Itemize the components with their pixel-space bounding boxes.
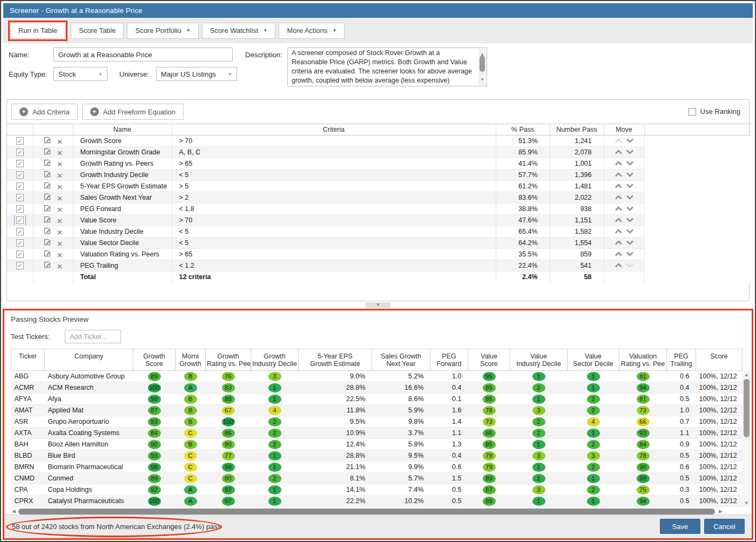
criteria-row[interactable]: ✓✕PEG Trailing< 1.222.4%541 [7,260,751,272]
scroll-down-icon[interactable]: ▼ [742,500,751,506]
column-header-morni-growth[interactable]: MorniGrowth [176,349,206,371]
name-input[interactable] [53,48,233,62]
collapse-panel-handle[interactable]: ▼ [366,302,390,308]
preview-vertical-scrollbar[interactable]: ▲ ▼ [742,371,751,507]
move-down-icon[interactable] [626,171,634,179]
save-button[interactable]: Save [660,519,700,534]
column-header-growth-industry-decile[interactable]: GrowthIndustry Decile [251,349,299,371]
row-checkbox[interactable]: ✓ [16,160,24,167]
move-down-icon[interactable] [626,148,634,156]
delete-x-icon[interactable]: ✕ [57,172,62,180]
scroll-thumb[interactable] [480,56,485,72]
toolbar-button-score-portfolio[interactable]: Score Portfolio▼ [127,23,198,39]
edit-pencil-icon[interactable] [43,252,51,259]
move-down-icon[interactable] [626,160,634,167]
edit-pencil-icon[interactable] [43,240,51,248]
column-header-peg-forward[interactable]: PEGForward [430,349,468,371]
add-freeform-equation-button[interactable]: +Add Freeform Equation [82,104,184,120]
criteria-row[interactable]: ✓✕5-Year EPS Growth Estimate> 561.2%1,48… [7,181,751,192]
column-header-company[interactable]: Company [45,349,133,371]
row-checkbox[interactable]: ✓ [16,250,24,258]
move-down-icon[interactable] [626,194,634,201]
delete-x-icon[interactable]: ✕ [57,240,62,248]
move-down-icon[interactable] [626,205,634,213]
move-up-icon[interactable] [615,148,623,156]
row-checkbox[interactable]: ✓ [16,194,24,201]
row-checkbox[interactable]: ✓ [16,216,24,224]
edit-pencil-icon[interactable] [43,229,51,236]
delete-x-icon[interactable]: ✕ [57,263,62,270]
toolbar-button-score-watchlist[interactable]: Score Watchlist▼ [202,23,276,39]
edit-pencil-icon[interactable] [43,195,51,202]
scroll-thumb[interactable] [744,379,750,437]
move-up-icon[interactable] [615,160,623,167]
use-ranking-checkbox[interactable]: Use Ranking [688,107,740,116]
move-up-icon[interactable] [615,182,623,190]
move-down-icon[interactable] [626,239,634,247]
scroll-down-icon[interactable]: ▼ [478,75,486,84]
delete-x-icon[interactable]: ✕ [57,218,62,225]
criteria-row[interactable]: ✓✕Valuation Rating vs. Peers> 6535.5%859 [7,249,751,260]
move-down-icon[interactable] [626,228,634,235]
description-scrollbar[interactable]: ▲ ▼ [478,49,486,85]
row-checkbox[interactable]: ✓ [16,137,24,145]
edit-pencil-icon[interactable] [43,218,51,225]
row-checkbox[interactable]: ✓ [16,262,24,269]
criteria-row[interactable]: ✓✕Value Industry Decile< 565.4%1,582 [7,226,751,238]
stock-row[interactable]: CNMDConmed89C8028.1%5.7%1.58911990.5100%… [11,473,742,484]
edit-pencil-icon[interactable] [43,206,51,214]
scroll-up-icon[interactable]: ▲ [742,372,751,377]
stock-row[interactable]: AFYAAfya99B88122.5%8.6%0.18512810.5100%,… [11,394,742,405]
edit-pencil-icon[interactable] [43,150,51,157]
stock-row[interactable]: BMRNBiomarin Pharmaceutical98C99121.1%9.… [11,462,742,473]
move-up-icon[interactable] [615,250,623,258]
move-up-icon[interactable] [615,239,623,247]
scroll-right-icon[interactable]: ▶ [719,509,723,514]
move-down-icon[interactable] [626,137,634,145]
criteria-row[interactable]: ✓✕Growth Rating vs. Peers> 6541.4%1,001 [7,158,751,170]
column-header-number-pass[interactable]: Number Pass [550,124,604,136]
column-header-criteria[interactable]: Criteria [172,124,496,136]
criteria-row[interactable]: ✓✕Growth Score> 7051.3%1,241 [7,136,751,147]
equity-type-select[interactable]: Stock▼ [53,67,107,81]
column-header-pass-pct[interactable]: % Pass [496,124,550,136]
column-header-name[interactable]: Name [73,124,172,136]
scroll-thumb[interactable] [18,509,715,514]
row-checkbox[interactable]: ✓ [16,228,24,235]
move-up-icon[interactable] [615,262,623,269]
stock-row[interactable]: BLBDBlue Bird93C77128.8%9.5%0.47933780.5… [11,450,742,462]
row-checkbox[interactable]: ✓ [16,205,24,213]
criteria-row[interactable]: ✓✕Value Score> 7047.6%1,151 [7,215,751,226]
move-up-icon[interactable] [615,228,623,235]
criteria-row[interactable]: ✓✕Morningstar Growth GradeA, B, C85.9%2,… [7,147,751,158]
row-checkbox[interactable]: ✓ [16,182,24,190]
stock-row[interactable]: AMATApplied Mat87B67411.8%5.9%1.67832731… [11,405,742,416]
stock-row[interactable]: BAHBooz Allen Hamilton90B80212.4%5.8%1.3… [11,439,742,450]
column-header-5-year-eps-growth-estimate[interactable]: 5-Year EPSGrowth Estimate [299,349,372,371]
delete-x-icon[interactable]: ✕ [57,184,62,191]
toolbar-button-run-in-table[interactable]: Run in Table [10,23,65,39]
edit-pencil-icon[interactable] [43,161,51,168]
stock-row[interactable]: ASRGrupo Aeroportuario93B10029.5%9.8%1.4… [11,416,742,428]
move-up-icon[interactable] [615,216,623,224]
toolbar-button-more-actions[interactable]: More Actions▼ [279,23,345,39]
edit-pencil-icon[interactable] [43,138,51,146]
column-header-value-industry-decile[interactable]: ValueIndustry Decile [510,349,568,371]
edit-pencil-icon[interactable] [43,184,51,191]
move-down-icon[interactable] [626,216,634,224]
criteria-row[interactable]: ✓✕Sales Growth Next Year> 283.6%2,022 [7,192,751,204]
move-up-icon[interactable] [615,205,623,213]
column-header-sales-growth-next-year[interactable]: Sales GrowthNext Year [372,349,430,371]
stock-row[interactable]: CPACopa Holdings92A97114.1%7.4%0.5873275… [11,484,742,496]
column-header-valuation-rating-vs-pee[interactable]: ValuationRating vs. Pee [619,349,667,371]
delete-x-icon[interactable]: ✕ [57,161,62,168]
move-down-icon[interactable] [626,182,634,190]
row-checkbox[interactable]: ✓ [16,171,24,179]
criteria-row[interactable]: ✓✕Growth Industry Decile< 557.7%1,396 [7,170,751,181]
add-ticker-input[interactable] [65,330,121,343]
stock-row[interactable]: AXTAAxalta Coating Systems84C86210.9%3.7… [11,428,742,439]
delete-x-icon[interactable]: ✕ [57,252,62,259]
criteria-row[interactable]: ✓✕PEG Forward< 1.838.8%938 [7,204,751,215]
checkbox-icon[interactable] [688,108,696,116]
move-down-icon[interactable] [626,250,634,258]
